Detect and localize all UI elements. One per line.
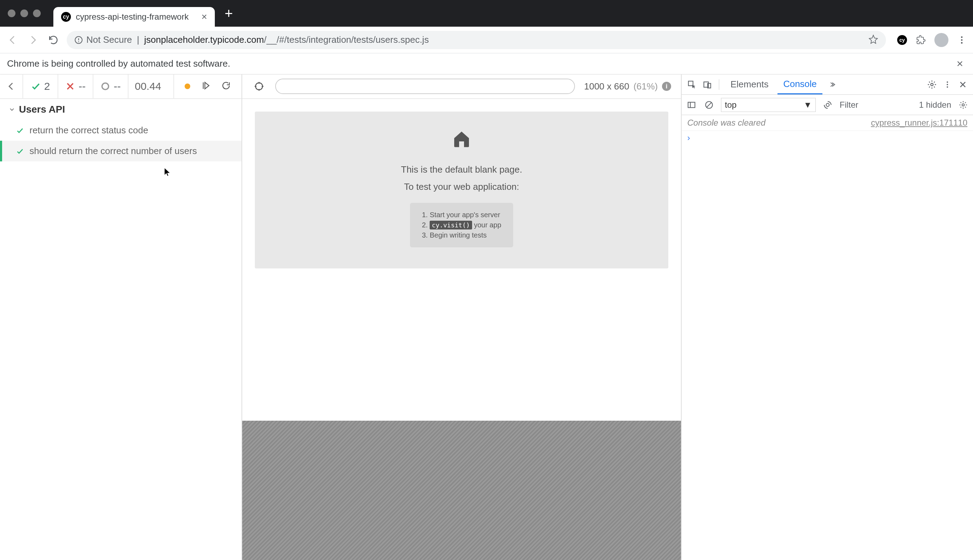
svg-point-2 bbox=[78, 41, 79, 42]
kebab-menu-icon[interactable] bbox=[941, 78, 953, 90]
run-controls bbox=[174, 74, 242, 98]
hidden-count[interactable]: 1 hidden bbox=[919, 100, 951, 110]
toolbar-right: cy bbox=[896, 33, 967, 47]
tab-title: cypress-api-testing-framework bbox=[76, 12, 197, 22]
forward-button[interactable] bbox=[26, 33, 40, 47]
cypress-extension-icon[interactable]: cy bbox=[896, 34, 908, 46]
close-icon[interactable] bbox=[957, 78, 969, 90]
new-tab-button[interactable]: + bbox=[225, 6, 233, 22]
execution-context-select[interactable]: top ▼ bbox=[721, 98, 816, 112]
failed-count: -- bbox=[58, 74, 93, 98]
svg-point-4 bbox=[961, 39, 963, 41]
toggle-sidebar-icon[interactable] bbox=[686, 99, 697, 110]
svg-line-26 bbox=[707, 102, 711, 107]
console-toolbar: top ▼ Filter 1 hidden bbox=[682, 95, 973, 115]
suite-header[interactable]: Users API bbox=[0, 99, 242, 120]
cypress-stats-header: 2 -- -- 00.44 bbox=[0, 74, 242, 99]
viewport-scale: (61%) bbox=[634, 81, 658, 92]
devtools-tabs: Elements Console bbox=[682, 74, 973, 95]
automation-close-icon[interactable]: × bbox=[954, 57, 966, 70]
aut-preview-area: 1000 x 660 (61%) i This is the default b… bbox=[242, 74, 682, 560]
info-icon[interactable]: i bbox=[662, 82, 671, 91]
svg-point-9 bbox=[255, 83, 262, 90]
svg-point-5 bbox=[961, 42, 963, 43]
bookmark-star-icon[interactable] bbox=[868, 34, 878, 46]
settings-gear-icon[interactable] bbox=[926, 78, 938, 90]
selector-playground-icon[interactable] bbox=[252, 79, 266, 93]
aut-url-input[interactable] bbox=[275, 78, 575, 94]
home-icon bbox=[452, 129, 471, 150]
test-row[interactable]: return the correct status code bbox=[0, 120, 242, 141]
svg-point-8 bbox=[102, 83, 109, 90]
next-icon[interactable] bbox=[201, 81, 210, 92]
security-indicator[interactable]: Not Secure bbox=[74, 34, 132, 45]
chevron-down-icon bbox=[8, 106, 15, 113]
suite-list: Users API return the correct status code… bbox=[0, 99, 242, 560]
reload-button[interactable] bbox=[46, 33, 60, 47]
aut-header: 1000 x 660 (61%) i bbox=[242, 74, 681, 99]
svg-point-28 bbox=[962, 103, 965, 106]
extensions-icon[interactable] bbox=[915, 34, 927, 46]
test-title: should return the correct number of user… bbox=[30, 146, 197, 157]
context-value: top bbox=[725, 100, 736, 110]
test-row[interactable]: should return the correct number of user… bbox=[0, 141, 242, 162]
profile-avatar[interactable] bbox=[935, 33, 948, 47]
devtools-panel: Elements Console top ▼ Filter 1 hidden C… bbox=[682, 74, 973, 560]
blank-title: This is the default blank page. bbox=[401, 164, 522, 175]
svg-rect-23 bbox=[688, 102, 695, 107]
status-dot-icon bbox=[185, 83, 190, 89]
svg-point-27 bbox=[826, 103, 829, 106]
svg-point-3 bbox=[961, 36, 963, 38]
svg-point-19 bbox=[947, 84, 948, 85]
step-item: Start your app's server bbox=[422, 210, 501, 220]
back-button[interactable] bbox=[6, 33, 20, 47]
address-bar[interactable]: Not Secure | jsonplaceholder.typicode.co… bbox=[67, 31, 886, 49]
automation-message: Chrome is being controlled by automated … bbox=[7, 58, 230, 69]
svg-point-20 bbox=[947, 86, 948, 88]
check-icon bbox=[16, 127, 24, 134]
tab-elements[interactable]: Elements bbox=[725, 74, 774, 94]
mouse-cursor-icon bbox=[164, 167, 171, 177]
chevron-down-icon: ▼ bbox=[803, 100, 812, 110]
blank-page-card: This is the default blank page. To test … bbox=[255, 112, 668, 268]
passed-count: 2 bbox=[23, 74, 58, 98]
viewport-info[interactable]: 1000 x 660 (61%) i bbox=[584, 81, 671, 92]
url-text: jsonplaceholder.typicode.com/__/#/tests/… bbox=[144, 34, 429, 45]
tab-favicon-icon: cy bbox=[61, 12, 71, 22]
blank-subtitle: To test your web application: bbox=[404, 182, 519, 192]
step-item: cy.visit() your app bbox=[422, 220, 501, 230]
console-settings-icon[interactable] bbox=[958, 99, 969, 110]
inspect-element-icon[interactable] bbox=[686, 78, 698, 90]
step-item: Begin writing tests bbox=[422, 230, 501, 240]
console-log[interactable]: Console was cleared cypress_runner.js:17… bbox=[682, 115, 973, 560]
browser-chrome: cy cypress-api-testing-framework × + Not… bbox=[0, 0, 973, 53]
tab-console[interactable]: Console bbox=[778, 74, 822, 94]
cypress-reporter-sidebar: 2 -- -- 00.44 Users API bbox=[0, 74, 242, 560]
close-window-icon[interactable] bbox=[8, 10, 15, 17]
window-controls[interactable] bbox=[0, 10, 48, 17]
restart-icon[interactable] bbox=[221, 81, 231, 92]
automation-infobar: Chrome is being controlled by automated … bbox=[0, 53, 973, 74]
log-row: Console was cleared cypress_runner.js:17… bbox=[682, 115, 973, 131]
test-title: return the correct status code bbox=[30, 125, 148, 136]
browser-tab[interactable]: cy cypress-api-testing-framework × bbox=[53, 7, 215, 27]
tab-strip: cy cypress-api-testing-framework × + bbox=[0, 0, 973, 27]
filter-input[interactable]: Filter bbox=[839, 100, 858, 110]
live-expression-icon[interactable] bbox=[822, 99, 833, 110]
kebab-menu-icon[interactable] bbox=[956, 34, 967, 46]
suite-name: Users API bbox=[19, 104, 65, 115]
svg-point-18 bbox=[947, 82, 948, 83]
console-prompt-icon[interactable]: › bbox=[682, 131, 973, 145]
maximize-window-icon[interactable] bbox=[33, 10, 41, 17]
more-tabs-icon[interactable] bbox=[826, 78, 838, 90]
log-message: Console was cleared bbox=[687, 118, 766, 128]
log-source-link[interactable]: cypress_runner.js:171110 bbox=[871, 118, 967, 128]
security-label: Not Secure bbox=[86, 34, 132, 45]
close-tab-icon[interactable]: × bbox=[202, 11, 207, 22]
aut-overflow-area bbox=[242, 421, 681, 560]
clear-console-icon[interactable] bbox=[703, 99, 715, 110]
device-toolbar-icon[interactable] bbox=[701, 78, 713, 90]
specs-back-button[interactable] bbox=[0, 74, 23, 98]
minimize-window-icon[interactable] bbox=[20, 10, 28, 17]
check-icon bbox=[16, 147, 24, 155]
